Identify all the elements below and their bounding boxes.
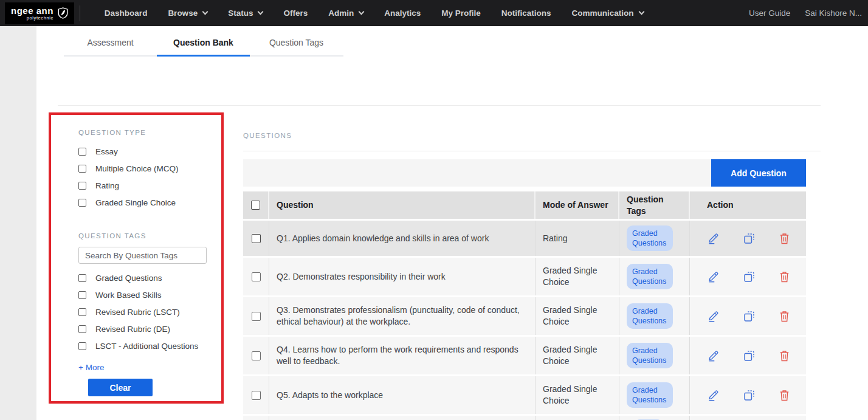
nav-item-offers[interactable]: Offers	[283, 9, 308, 18]
nav-item-communication[interactable]: Communication	[572, 9, 644, 18]
delete-button[interactable]	[779, 389, 790, 402]
filter-option-essay[interactable]: Essay	[78, 147, 207, 156]
filter-option-work-based-skills[interactable]: Work Based Skills	[78, 291, 207, 300]
add-question-button[interactable]: Add Question	[711, 159, 806, 187]
table-row: Q2. Demonstrates responsibility in their…	[243, 258, 806, 295]
copy-button[interactable]	[743, 349, 756, 362]
tag-badge: Graded Questions	[627, 382, 673, 408]
trash-icon	[779, 270, 790, 283]
checkbox[interactable]	[78, 199, 86, 207]
mode-of-answer: Rating	[536, 221, 619, 256]
edit-button[interactable]	[707, 270, 720, 283]
filter-option-label: Revised Rubric (DE)	[95, 325, 170, 334]
table-row: Q5. Adapts to the workplace Graded Singl…	[243, 376, 806, 414]
chevron-down-icon	[359, 9, 365, 15]
page: ngee ann polytechnic Dashboard Browse St…	[0, 0, 868, 420]
filter-option-mcq[interactable]: Multiple Choice (MCQ)	[78, 164, 207, 173]
copy-button[interactable]	[743, 270, 756, 283]
nav-item-admin[interactable]: Admin	[328, 9, 363, 18]
edit-button[interactable]	[707, 310, 720, 323]
questions-heading: QUESTIONS	[243, 132, 292, 139]
filter-option-revised-rubric-de[interactable]: Revised Rubric (DE)	[78, 325, 207, 334]
edit-button[interactable]	[707, 389, 720, 402]
nav-item-browse[interactable]: Browse	[168, 9, 207, 18]
pencil-icon	[707, 310, 720, 323]
header-checkbox-cell	[243, 191, 269, 219]
np-logo[interactable]: ngee ann polytechnic	[5, 2, 74, 24]
checkbox[interactable]	[78, 274, 86, 282]
search-tags-input[interactable]	[78, 247, 207, 264]
nav-item-dashboard[interactable]: Dashboard	[105, 9, 148, 18]
more-link[interactable]: + More	[78, 363, 104, 372]
delete-button[interactable]	[779, 349, 790, 362]
filter-option-label: Revised Rubric (LSCT)	[95, 308, 180, 317]
checkbox[interactable]	[78, 165, 86, 173]
tag-badge: Graded Questions	[627, 303, 673, 329]
trash-icon	[779, 232, 790, 245]
checkbox[interactable]	[78, 291, 86, 299]
filter-option-rating[interactable]: Rating	[78, 181, 207, 190]
nav-item-notifications[interactable]: Notifications	[501, 9, 551, 18]
copy-button[interactable]	[743, 310, 756, 323]
nav-label: Status	[228, 9, 253, 18]
table-header-row: Question Mode of Answer Question Tags Ac…	[243, 191, 806, 219]
row-checkbox[interactable]	[252, 312, 261, 321]
chevron-down-icon	[202, 9, 208, 15]
nav-item-status[interactable]: Status	[228, 9, 263, 18]
delete-button[interactable]	[779, 270, 790, 283]
filter-option-graded-questions[interactable]: Graded Questions	[78, 274, 207, 283]
tab-assessment[interactable]: Assessment	[64, 27, 157, 55]
question-text: Q4. Learns how to perform the work requi…	[269, 337, 536, 374]
copy-icon	[743, 389, 756, 402]
tags-cell: Graded Questions	[619, 258, 690, 295]
left-gutter	[0, 26, 36, 420]
delete-button[interactable]	[779, 310, 790, 323]
filter-option-label: Multiple Choice (MCQ)	[95, 164, 179, 173]
nav-item-analytics[interactable]: Analytics	[384, 9, 421, 18]
row-checkbox[interactable]	[252, 272, 261, 281]
mode-of-answer: Graded Single Choice	[536, 297, 619, 335]
nav-label: Browse	[168, 9, 198, 18]
section-divider	[58, 105, 821, 106]
row-checkbox[interactable]	[252, 391, 261, 400]
tab-bar: Assessment Question Bank Question Tags	[64, 27, 343, 57]
filter-option-label: Graded Single Choice	[95, 198, 176, 207]
action-cell	[690, 337, 806, 374]
nav-label: My Profile	[441, 9, 481, 18]
copy-icon	[743, 310, 756, 323]
questions-table: Question Mode of Answer Question Tags Ac…	[243, 191, 806, 420]
nav-item-username[interactable]: Sai Kishore N...	[805, 9, 862, 18]
row-checkbox-cell	[243, 221, 269, 256]
nav-label: Analytics	[384, 9, 421, 18]
checkbox[interactable]	[78, 342, 86, 350]
tags-cell: Graded Questions	[619, 337, 690, 374]
row-checkbox[interactable]	[252, 234, 261, 243]
tab-question-bank[interactable]: Question Bank	[157, 27, 250, 55]
question-type-heading: QUESTION TYPE	[78, 129, 207, 136]
table-row: Q3. Demonstrates professionalism (punctu…	[243, 297, 806, 335]
action-cell	[690, 416, 806, 420]
checkbox[interactable]	[78, 148, 86, 156]
edit-button[interactable]	[707, 232, 720, 245]
nav-item-my-profile[interactable]: My Profile	[441, 9, 481, 18]
copy-button[interactable]	[743, 389, 756, 402]
filter-option-graded-single-choice[interactable]: Graded Single Choice	[78, 198, 207, 207]
select-all-checkbox[interactable]	[251, 201, 260, 210]
action-cell	[690, 221, 806, 256]
logo-line2: polytechnic	[27, 16, 53, 21]
checkbox[interactable]	[78, 182, 86, 190]
question-text: Q3. Demonstrates professionalism (punctu…	[269, 297, 536, 335]
edit-button[interactable]	[707, 349, 720, 362]
filter-option-revised-rubric-lsct[interactable]: Revised Rubric (LSCT)	[78, 308, 207, 317]
row-checkbox[interactable]	[252, 351, 261, 360]
tab-question-tags[interactable]: Question Tags	[250, 27, 343, 55]
copy-button[interactable]	[743, 232, 756, 245]
question-tags-heading: QUESTION TAGS	[78, 232, 207, 239]
checkbox[interactable]	[78, 325, 86, 333]
nav-item-user-guide[interactable]: User Guide	[749, 9, 790, 18]
trash-icon	[779, 389, 790, 402]
filter-option-lsct-additional[interactable]: LSCT - Additional Questions	[78, 342, 207, 351]
clear-filters-button[interactable]: Clear	[88, 379, 153, 396]
delete-button[interactable]	[779, 232, 790, 245]
checkbox[interactable]	[78, 308, 86, 316]
